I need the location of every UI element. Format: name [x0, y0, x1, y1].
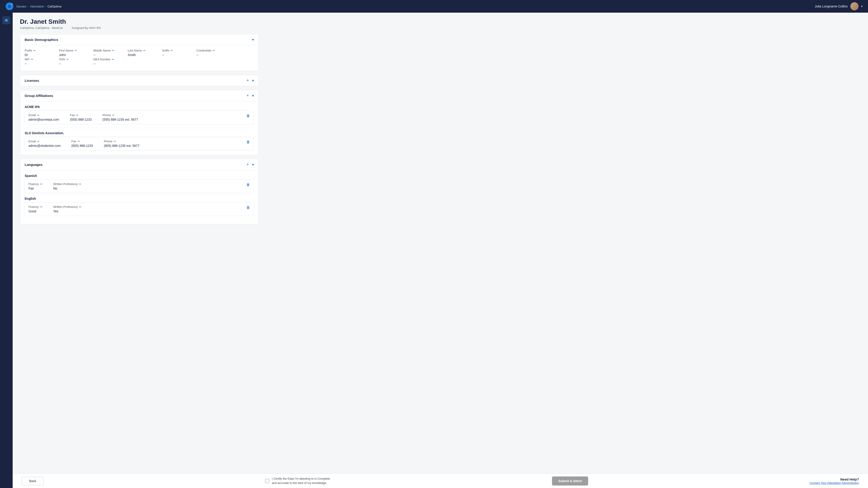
email-value: admin@slodentist.com	[29, 144, 61, 148]
group-affiliations-controls	[246, 93, 254, 98]
field-value: --	[93, 62, 121, 66]
bottom-bar: Back I Certify the Data I'm attesting to…	[13, 474, 868, 488]
basic-demographics-title: Basic Demographics	[25, 38, 58, 41]
edit-written-proficiency-icon[interactable]	[79, 183, 81, 186]
demo-field-dea-number: DEA Number --	[93, 58, 121, 66]
breadcrumb-sep-1: /	[28, 5, 29, 8]
demo-field-credentials: Credentials --	[196, 49, 223, 57]
top-nav: Sanator / Attestation / CalOptima Julia …	[0, 0, 868, 13]
edit-middle-name-icon[interactable]	[112, 49, 114, 52]
edit-email-icon[interactable]	[37, 140, 39, 143]
edit-fluency-icon[interactable]	[40, 183, 42, 186]
language-fields: Fluency Good Written Proficiency Yes	[29, 205, 246, 213]
edit-first-name-icon[interactable]	[75, 49, 77, 52]
email-label: Email	[29, 113, 36, 117]
fluency-label: Fluency	[29, 182, 39, 186]
basic-demographics-collapse-icon[interactable]	[252, 37, 254, 42]
basic-demographics-header[interactable]: Basic Demographics	[20, 34, 258, 45]
help-link[interactable]: Contact Your Attestation Administrator	[810, 481, 859, 485]
written-proficiency-field: Written Proficiency No	[53, 182, 81, 190]
written-proficiency-label: Written Proficiency	[53, 205, 78, 208]
phone-label: Phone	[102, 113, 111, 117]
language-actions	[246, 205, 250, 210]
edit-email-icon[interactable]	[37, 113, 39, 117]
edit-last-name-icon[interactable]	[143, 49, 146, 52]
demo-field-ssn: SSN --	[59, 58, 86, 66]
sidebar-home-icon[interactable]	[2, 16, 10, 24]
licenses-title: Licenses	[25, 78, 39, 83]
breadcrumb-sep-2: /	[45, 5, 46, 8]
delete-affiliation-icon[interactable]	[246, 113, 250, 118]
fluency-value: Fair	[29, 187, 42, 190]
field-value: --	[93, 53, 121, 57]
edit-suffix-icon[interactable]	[170, 49, 173, 52]
group-affiliations-add-icon[interactable]	[246, 93, 249, 98]
group-affiliations-header[interactable]: Group Affiliations	[20, 90, 258, 101]
edit-written-proficiency-icon[interactable]	[79, 205, 81, 208]
demo-field-prefix: Prefix Dr	[25, 49, 52, 57]
licenses-card: Licenses	[20, 75, 258, 86]
breadcrumb-attestation[interactable]: Attestation	[30, 5, 44, 8]
fluency-label: Fluency	[29, 205, 39, 208]
edit-phone-icon[interactable]	[112, 113, 115, 117]
main-content: Dr. Janet Smith CalOptima, CalOptima - M…	[13, 13, 266, 251]
back-button[interactable]: Back	[22, 477, 43, 485]
fax-value: (555) 888-1233	[70, 118, 92, 121]
field-value: --	[196, 53, 223, 57]
edit-credentials-icon[interactable]	[213, 49, 215, 52]
written-proficiency-value: No	[53, 187, 81, 190]
group-affiliations-collapse-icon[interactable]	[252, 94, 254, 98]
certify-checkbox[interactable]	[265, 479, 269, 483]
licenses-add-icon[interactable]	[246, 78, 249, 83]
breadcrumb-sanator[interactable]: Sanator	[16, 5, 27, 8]
edit-fax-icon[interactable]	[78, 140, 80, 143]
languages-collapse-icon[interactable]	[252, 162, 254, 167]
user-menu-chevron[interactable]: ▾	[861, 5, 863, 8]
page-header: Dr. Janet Smith CalOptima, CalOptima - M…	[20, 18, 258, 30]
delete-language-icon[interactable]	[246, 182, 250, 187]
fluency-field: Fluency Fair	[29, 182, 42, 190]
delete-language-icon[interactable]	[246, 205, 250, 210]
licenses-collapse-icon[interactable]	[252, 78, 254, 83]
avatar[interactable]	[850, 2, 859, 10]
delete-affiliation-icon[interactable]	[246, 140, 250, 144]
edit-fluency-icon[interactable]	[40, 205, 42, 208]
sidebar	[0, 13, 13, 488]
demo-field-middle-name: Middle Name --	[93, 49, 121, 57]
email-label: Email	[29, 140, 36, 143]
fluency-field: Fluency Good	[29, 205, 42, 213]
affiliation-fields: Email admin@slodentist.com Fax (805) 888…	[29, 140, 246, 148]
edit-npi-icon[interactable]	[31, 58, 33, 61]
breadcrumb: Sanator / Attestation / CalOptima	[16, 5, 61, 8]
edit-ssn-icon[interactable]	[66, 58, 69, 61]
demo-field-npi: NPI --	[25, 58, 52, 66]
certify-section: I Certify the Data I'm attesting to is C…	[265, 477, 331, 485]
languages-card: Languages Spanish Fluency Fair	[20, 159, 258, 224]
group-affiliations-body: ACME IPA Email admin@acmeipa.com Fax	[20, 101, 258, 155]
affiliation-block-1: SLO Dentists Association. Email admin@sl…	[25, 131, 254, 151]
nav-right: Julia Longname-Collins ▾	[815, 2, 863, 10]
edit-dea-number-icon[interactable]	[112, 58, 114, 61]
field-value: --	[25, 62, 52, 66]
licenses-header[interactable]: Licenses	[20, 75, 258, 86]
affiliation-name: SLO Dentists Association.	[25, 131, 254, 135]
group-affiliations-card: Group Affiliations ACME IPA Email admin@…	[20, 90, 258, 155]
edit-phone-icon[interactable]	[114, 140, 116, 143]
user-name: Julia Longname-Collins	[815, 4, 848, 8]
field-label: Suffix	[162, 49, 169, 52]
language-block-1: English Fluency Good Written Proficiency	[25, 197, 254, 216]
languages-body: Spanish Fluency Fair Written Proficiency	[20, 170, 258, 224]
edit-prefix-icon[interactable]	[33, 49, 36, 52]
written-proficiency-field: Written Proficiency Yes	[53, 205, 81, 213]
org-label: CalOptima, CalOptima - MediCal	[20, 26, 63, 30]
language-row: Fluency Good Written Proficiency Yes	[25, 202, 254, 216]
submit-attest-button[interactable]: Submit & Attest	[552, 477, 588, 486]
affiliation-row: Email admin@slodentist.com Fax (805) 888…	[25, 137, 254, 151]
languages-header[interactable]: Languages	[20, 159, 258, 170]
languages-add-icon[interactable]	[246, 162, 249, 167]
affiliation-fax-field: Fax (805) 888-1233	[71, 140, 93, 148]
language-name: English	[25, 197, 254, 200]
avatar-image	[850, 2, 859, 10]
edit-fax-icon[interactable]	[76, 113, 79, 117]
email-value: admin@acmeipa.com	[29, 118, 59, 121]
